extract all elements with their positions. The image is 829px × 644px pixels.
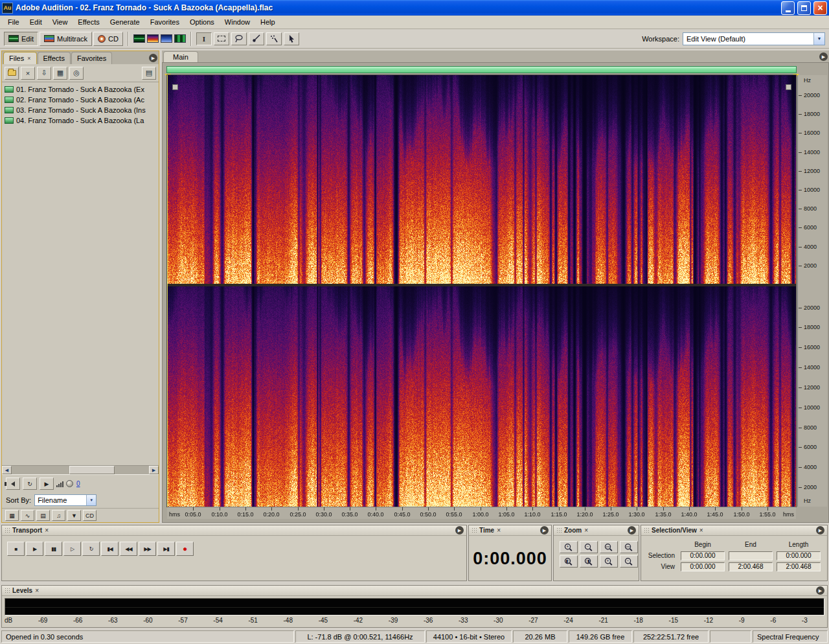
go-to-beginning-button[interactable]: ▮◀ <box>101 542 119 556</box>
marquee-selection-tool[interactable] <box>214 32 229 45</box>
show-audio-files-button[interactable]: ▦ <box>5 510 19 521</box>
files-panel-menu-button[interactable]: ▶ <box>149 54 157 62</box>
scroll-right-icon[interactable]: ▶ <box>149 466 159 474</box>
panel-menu-button[interactable]: ▶ <box>816 526 824 535</box>
zoom-to-selection-button[interactable]: ▭ <box>620 541 638 553</box>
menu-favorites[interactable]: Favorites <box>145 16 185 28</box>
multitrack-view-button[interactable]: Multitrack <box>40 32 92 46</box>
zoom-out-vertical-button[interactable]: − <box>620 555 638 568</box>
selection-field[interactable]: 0:00.000 <box>681 562 725 571</box>
close-panel-icon[interactable]: × <box>35 587 39 594</box>
stop-button[interactable]: ■ <box>7 542 25 556</box>
insert-into-cd-button[interactable]: ◎ <box>69 67 84 80</box>
selection-view-panel-title[interactable]: Selection/View × ▶ <box>641 525 827 536</box>
selection-field[interactable]: 2:00.468 <box>729 562 773 571</box>
zoom-out-horizontal-button[interactable]: − <box>580 541 598 553</box>
effects-paintbrush-tool[interactable] <box>249 32 264 45</box>
zoom-out-full-button[interactable]: ▭ <box>600 541 618 553</box>
spectral-corner-handle[interactable] <box>786 84 791 90</box>
tab-main[interactable]: Main <box>163 51 198 62</box>
restore-button[interactable] <box>797 1 811 15</box>
file-list-item[interactable]: 04. Franz Tornado - Suck A Bazooka (La <box>2 115 159 126</box>
panel-menu-button[interactable]: ▶ <box>628 526 636 535</box>
selection-field[interactable] <box>729 551 773 560</box>
workspace-select[interactable]: Edit View (Default) ▼ <box>683 32 825 45</box>
chevron-down-icon[interactable]: ▼ <box>86 495 96 505</box>
insert-into-multitrack-button[interactable]: ▦ <box>53 67 67 80</box>
file-list-item[interactable]: 03. Franz Tornado - Suck A Bazooka (Ins <box>2 105 159 115</box>
panel-menu-button[interactable]: ▶ <box>540 526 549 535</box>
scrollbar-track[interactable] <box>12 466 149 474</box>
show-cd-list-button[interactable]: CD <box>83 510 97 521</box>
lasso-selection-tool[interactable] <box>231 32 247 45</box>
time-panel-title[interactable]: Time × ▶ <box>469 525 551 536</box>
sort-by-select[interactable]: Filename ▼ <box>34 494 97 506</box>
menu-file[interactable]: File <box>3 16 25 28</box>
files-horizontal-scrollbar[interactable]: ◀ ▶ <box>2 465 159 474</box>
scrub-tool[interactable] <box>284 32 299 45</box>
cd-view-button[interactable]: CD <box>93 32 123 46</box>
close-panel-icon[interactable]: × <box>45 527 49 534</box>
go-to-end-button[interactable]: ▶▮ <box>157 542 175 556</box>
menu-window[interactable]: Window <box>220 16 255 28</box>
time-display[interactable]: 0:00.000 <box>469 536 551 581</box>
spectral-pan-view-icon[interactable] <box>161 34 172 43</box>
panel-menu-button[interactable]: ▶ <box>816 586 824 595</box>
tab-favorites[interactable]: Favorites <box>71 52 112 64</box>
menu-effects[interactable]: Effects <box>73 16 104 28</box>
pause-button[interactable]: ▮▮ <box>45 542 62 556</box>
menu-edit[interactable]: Edit <box>25 16 47 28</box>
show-markers-button[interactable]: ▼ <box>67 510 81 521</box>
file-list[interactable]: 01. Franz Tornado - Suck A Bazooka (Ex02… <box>2 82 159 465</box>
transport-panel-title[interactable]: Transport × ▶ <box>2 525 466 536</box>
open-file-button[interactable] <box>5 67 19 80</box>
chevron-down-icon[interactable]: ▼ <box>813 33 824 45</box>
file-list-item[interactable]: 01. Franz Tornado - Suck A Bazooka (Ex <box>2 84 159 95</box>
tab-files[interactable]: Files× <box>3 52 37 64</box>
close-button[interactable]: × <box>813 1 827 15</box>
scroll-left-icon[interactable]: ◀ <box>2 466 12 474</box>
zoom-in-left-edge-button[interactable]: ◧ <box>560 555 578 568</box>
preview-play-button[interactable]: ▶ <box>40 477 54 490</box>
fast-forward-button[interactable]: ▶▶ <box>139 542 156 556</box>
spot-healing-brush-tool[interactable] <box>266 32 282 45</box>
show-loop-files-button[interactable]: ∿ <box>21 510 34 521</box>
preview-volume-link[interactable]: 0 <box>76 480 80 487</box>
selection-field[interactable]: 2:00.468 <box>777 562 821 571</box>
scrollbar-thumb[interactable] <box>69 466 115 474</box>
spectral-frequency-view-icon[interactable] <box>147 34 159 43</box>
spectral-phase-view-icon[interactable] <box>174 34 186 43</box>
minimize-button[interactable] <box>781 1 795 15</box>
menu-help[interactable]: Help <box>255 16 280 28</box>
selection-field[interactable]: 0:00.000 <box>777 551 821 560</box>
main-panel-menu-button[interactable]: ▶ <box>819 52 828 61</box>
record-button[interactable]: ● <box>176 542 194 556</box>
panel-menu-button[interactable]: ▶ <box>455 526 464 535</box>
menu-generate[interactable]: Generate <box>105 16 145 28</box>
preview-autoplay-button[interactable] <box>6 477 20 490</box>
tab-effects[interactable]: Effects <box>38 52 71 64</box>
preview-volume-knob[interactable] <box>66 480 73 487</box>
zoom-in-right-edge-button[interactable]: ◨ <box>580 555 598 568</box>
import-file-button[interactable]: ⇩ <box>37 67 51 80</box>
waveform-view-icon[interactable] <box>133 34 145 43</box>
spectral-corner-handle[interactable] <box>172 84 178 90</box>
menu-options[interactable]: Options <box>185 16 220 28</box>
zoom-panel-title[interactable]: Zoom × ▶ <box>554 525 639 536</box>
file-panel-options-button[interactable]: ▤ <box>142 67 156 80</box>
close-panel-icon[interactable]: × <box>584 527 588 534</box>
timeline-ruler[interactable]: hms0:05.00:10.00:15.00:20.00:25.00:30.00… <box>167 507 796 519</box>
close-panel-icon[interactable]: × <box>497 527 501 534</box>
spectrogram-canvas[interactable] <box>167 75 796 507</box>
close-panel-icon[interactable]: × <box>699 527 703 534</box>
zoom-in-vertical-button[interactable]: + <box>600 555 618 568</box>
menu-view[interactable]: View <box>47 16 73 28</box>
show-midi-files-button[interactable]: ♫ <box>52 510 65 521</box>
levels-panel-title[interactable]: Levels × ▶ <box>2 586 827 596</box>
file-list-item[interactable]: 02. Franz Tornado - Suck A Bazooka (Ac <box>2 95 159 105</box>
close-file-button[interactable]: × <box>21 67 35 80</box>
show-video-files-button[interactable]: ▤ <box>36 510 50 521</box>
selection-range-bar[interactable] <box>166 66 797 73</box>
zoom-in-horizontal-button[interactable]: + <box>560 541 578 553</box>
frequency-ruler[interactable]: Hz20000180001600014000120001000080006000… <box>797 75 827 507</box>
